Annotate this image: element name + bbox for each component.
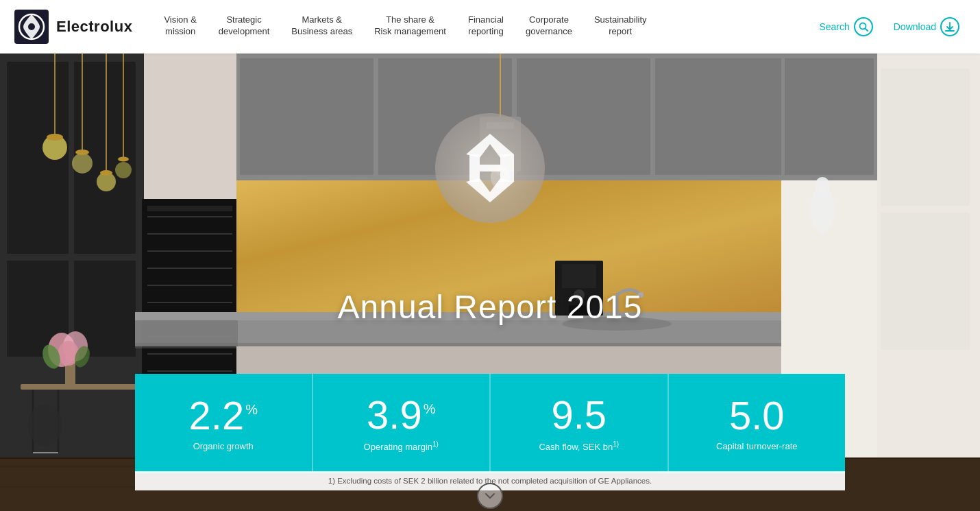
svg-rect-100 [825,185,829,206]
logo-text: Electrolux [56,18,132,36]
stat-value-2: 3.9 % [367,395,435,435]
svg-rect-30 [240,58,373,175]
svg-rect-19 [147,285,232,286]
svg-point-52 [75,150,89,155]
svg-rect-99 [816,185,820,206]
nav-item-share[interactable]: The share &Risk management [363,0,457,54]
svg-rect-23 [147,353,232,355]
svg-rect-16 [147,233,232,235]
stat-organic-growth: 2.2 % Organic growth [135,374,313,473]
hero-section: Annual Report 2015 2.2 % Organic growth … [0,0,980,511]
main-nav: Vision &mission Strategicdevelopment Mar… [153,0,812,54]
search-icon [854,17,873,36]
svg-rect-67 [881,213,970,350]
svg-point-58 [118,157,129,162]
svg-point-57 [115,162,132,178]
svg-rect-17 [147,250,232,252]
download-icon [940,17,959,36]
svg-rect-77 [21,384,137,390]
stat-value-1: 2.2 % [189,396,258,436]
nav-item-vision[interactable]: Vision &mission [153,0,207,54]
electrolux-logo-icon [14,9,49,45]
svg-rect-66 [881,69,970,206]
stat-label-3: Cash flow, SEK bn1) [539,440,619,452]
svg-rect-69 [785,58,874,175]
logo[interactable]: Electrolux [14,9,132,45]
nav-item-strategic[interactable]: Strategicdevelopment [208,0,280,54]
svg-point-49 [47,134,63,141]
search-action[interactable]: Search [812,13,879,40]
nav-item-sustainability[interactable]: Sustainabilityreport [583,0,658,54]
nav-item-markets[interactable]: Markets &Business areas [280,0,363,54]
stat-label-4: Capital turnover-rate [716,441,798,451]
svg-rect-14 [147,206,232,211]
svg-point-2 [28,23,35,30]
svg-point-97 [810,185,835,233]
stat-operating-margin: 3.9 % Operating margin1) [313,374,491,473]
nav-item-corporate[interactable]: Corporategovernance [515,0,583,54]
stats-bar: 2.2 % Organic growth 3.9 % Operating mar… [135,374,845,473]
search-label: Search [819,21,849,32]
download-action[interactable]: Download [887,13,966,40]
svg-rect-15 [147,216,232,217]
svg-rect-18 [147,268,232,269]
svg-rect-44 [562,264,596,288]
header: Electrolux Vision &mission Strategicdeve… [0,0,980,54]
svg-line-4 [865,29,868,32]
svg-point-51 [72,153,93,174]
svg-point-55 [100,170,112,176]
stat-label-2: Operating margin1) [364,440,439,452]
hero-title: Annual Report 2015 [338,288,643,326]
svg-rect-20 [147,302,232,303]
download-label: Download [894,21,936,32]
scroll-down-button[interactable] [477,483,503,509]
svg-rect-33 [655,58,782,175]
nav-item-financial[interactable]: Financialreporting [457,0,515,54]
stat-value-3: 9.5 [551,395,607,435]
nav-actions: Search Download [812,13,966,40]
stat-label-1: Organic growth [193,441,254,451]
stat-value-4: 5.0 [729,396,785,436]
svg-rect-24 [147,370,232,372]
stat-capital-turnover: 5.0 Capital turnover-rate [669,374,846,473]
svg-point-82 [28,405,62,446]
stat-cash-flow: 9.5 Cash flow, SEK bn1) [491,374,669,473]
